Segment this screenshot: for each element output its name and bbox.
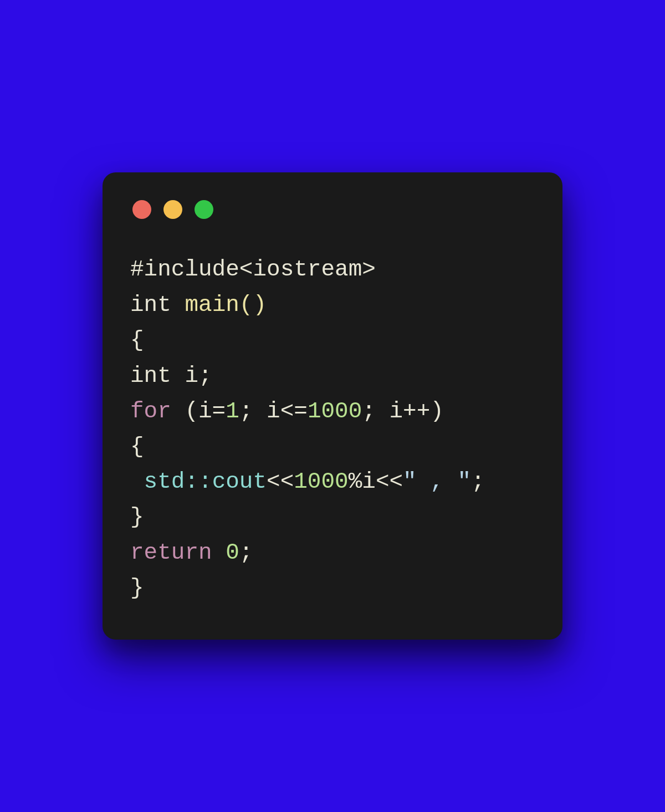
code-token: ;: [239, 540, 253, 565]
code-token: ; i<=: [239, 399, 308, 424]
code-token: (: [239, 292, 253, 318]
code-token: for: [130, 399, 171, 424]
code-token: 0: [226, 540, 239, 565]
code-token: (i=: [171, 399, 226, 424]
code-token: %i<<: [349, 469, 403, 494]
minimize-icon[interactable]: [163, 200, 182, 219]
code-token: <<: [267, 469, 294, 494]
code-token: " , ": [403, 469, 471, 494]
code-token: {: [130, 328, 144, 353]
window-controls: [132, 200, 535, 219]
code-token: ; i++): [362, 399, 444, 424]
code-token: i;: [171, 363, 212, 389]
code-token: 1: [226, 399, 239, 424]
code-token: [130, 469, 144, 494]
code-token: std::cout: [144, 469, 267, 494]
code-token: {: [130, 434, 144, 459]
code-token: }: [130, 575, 144, 601]
code-token: return: [130, 540, 212, 565]
terminal-window: #include<iostream> int main() { int i; f…: [103, 172, 562, 640]
code-token: [212, 540, 226, 565]
close-icon[interactable]: [132, 200, 151, 219]
code-token: <iostream>: [239, 257, 376, 282]
code-token: }: [130, 504, 144, 530]
code-token: int: [130, 363, 171, 389]
code-token: 1000: [294, 469, 348, 494]
code-token: [171, 292, 185, 318]
code-token: ;: [471, 469, 485, 494]
code-token: ): [253, 292, 267, 318]
code-token: main: [185, 292, 239, 318]
maximize-icon[interactable]: [195, 200, 213, 219]
code-token: 1000: [308, 399, 362, 424]
code-token: #include: [130, 257, 239, 282]
code-editor[interactable]: #include<iostream> int main() { int i; f…: [130, 252, 535, 607]
code-token: int: [130, 292, 171, 318]
